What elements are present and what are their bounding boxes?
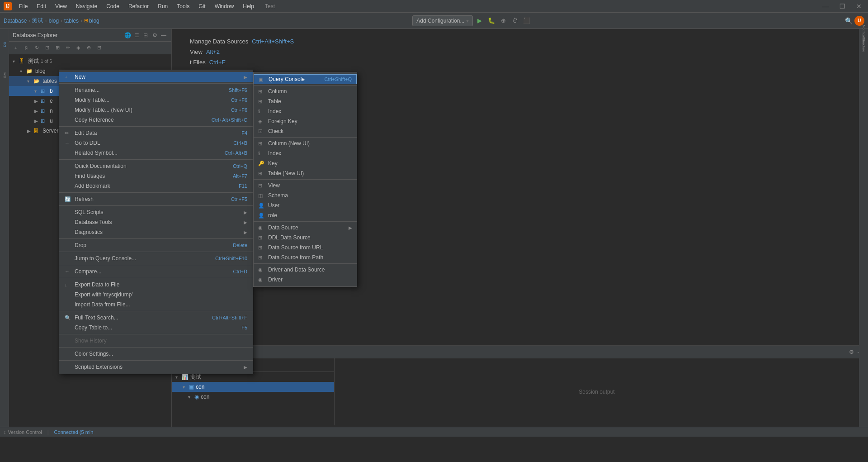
sub-table[interactable]: ⊞ Table (254, 96, 357, 106)
sub-role[interactable]: 👤 role (254, 210, 357, 220)
ctx-sql-scripts[interactable]: SQL Scripts ▶ (59, 207, 253, 217)
ctx-go-ddl[interactable]: → Go to DDL Ctrl+B (59, 138, 253, 148)
ctx-edit-data[interactable]: ✏ Edit Data F4 (59, 128, 253, 138)
status-bar: ↕ Version Control | Connected (5 min (0, 427, 868, 437)
sub-column[interactable]: ⊞ Column (254, 86, 357, 96)
ctx-export-mysqldump[interactable]: Export with 'mysqldump' (59, 290, 253, 300)
sub-datasource-url[interactable]: ⊞ Data Source from URL (254, 243, 357, 252)
ctx-export-file[interactable]: ↓ Export Data to File (59, 280, 253, 290)
breadcrumb-blog[interactable]: blog (48, 18, 59, 24)
sub-foreign-key[interactable]: ◈ Foreign Key (254, 116, 357, 126)
ctx-new[interactable]: + New ▶ ▣ Query Console Ctrl+Shift+Q ⊞ C… (59, 72, 253, 82)
schema-btn[interactable]: ◈ (73, 43, 83, 53)
user-avatar[interactable]: U (854, 16, 864, 26)
edit-btn[interactable]: ✏ (63, 43, 73, 53)
menu-tools[interactable]: Tools (173, 2, 193, 10)
breadcrumb-schema[interactable]: 测试 (32, 17, 43, 24)
ctx-modify-table[interactable]: Modify Table... Ctrl+F6 (59, 95, 253, 105)
sub-index2[interactable]: ℹ Index (254, 148, 357, 158)
ctx-new-label: New (75, 74, 240, 80)
add-configuration-button[interactable]: Add Configuration... ▾ (412, 15, 473, 26)
stop-button[interactable]: ⬛ (522, 16, 532, 26)
ctx-compare[interactable]: ↔ Compare... Ctrl+D (59, 267, 253, 276)
bookmarks-strip-btn[interactable]: BM (1, 62, 8, 89)
menu-git[interactable]: Git (195, 2, 209, 10)
coverage-button[interactable]: ⊕ (498, 16, 508, 26)
breadcrumb-tables[interactable]: tables (64, 18, 79, 24)
sub-driver[interactable]: ◉ Driver (254, 275, 357, 285)
menu-window[interactable]: Window (211, 2, 238, 10)
ctx-copy-ref[interactable]: Copy Reference Ctrl+Alt+Shift+C (59, 115, 253, 125)
list-icon[interactable]: ☰ (132, 31, 141, 39)
svc-item-console[interactable]: ▾ ▣ con (172, 382, 334, 392)
settings-icon[interactable]: ⚙ (151, 31, 159, 39)
tree-item-db[interactable]: ▾ 🗄 测试 1 of 6 (9, 56, 171, 66)
nav-btn[interactable]: ⊕ (84, 43, 94, 53)
menu-help[interactable]: Help (239, 2, 258, 10)
ctx-diagnostics[interactable]: Diagnostics ▶ (59, 227, 253, 237)
ctx-fulltext-search[interactable]: 🔍 Full-Text Search... Ctrl+Alt+Shift+F (59, 313, 253, 323)
ctx-color-settings[interactable]: Color Settings... (59, 349, 253, 359)
sub-user[interactable]: 👤 User (254, 200, 357, 210)
menu-file[interactable]: File (15, 2, 31, 10)
sub-schema[interactable]: ◫ Schema (254, 191, 357, 200)
globe-icon[interactable]: 🌐 (123, 31, 132, 39)
ctx-scripted-ext[interactable]: Scripted Extensions ▶ (59, 362, 253, 372)
search-icon[interactable]: 🔍 (845, 17, 853, 24)
sub-driver-datasource[interactable]: ◉ Driver and Data Source (254, 265, 357, 275)
menu-code[interactable]: Code (103, 2, 123, 10)
menu-navigate[interactable]: Navigate (72, 2, 101, 10)
ctx-add-bookmark[interactable]: Add Bookmark F11 (59, 181, 253, 191)
close-button[interactable]: ✕ (854, 2, 864, 11)
ctx-rename[interactable]: Rename... Shift+F6 (59, 85, 253, 95)
ctx-jump-console[interactable]: Jump to Query Console... Ctrl+Shift+F10 (59, 253, 253, 263)
menu-edit[interactable]: Edit (33, 2, 50, 10)
url-icon: ⊞ (258, 245, 266, 251)
sub-key[interactable]: 🔑 Key (254, 158, 357, 168)
debug-button[interactable]: 🐛 (486, 16, 496, 26)
menu-refactor[interactable]: Refactor (125, 2, 152, 10)
ctx-drop[interactable]: Drop Delete (59, 240, 253, 250)
filter-btn[interactable]: ⊡ (42, 43, 52, 53)
split-icon[interactable]: ⊟ (142, 31, 150, 39)
table-view-btn[interactable]: ⊞ (52, 43, 62, 53)
refresh-btn[interactable]: ↻ (32, 43, 42, 53)
services-panel: Services ⚙ — Tx ☰ ⊟ 📌 ▾ 📊 (172, 345, 868, 427)
structure-outer-btn[interactable]: Structure (860, 41, 868, 49)
sub-view[interactable]: ⊟ View (254, 181, 357, 191)
sub-datasource-path[interactable]: ⊞ Data Source from Path (254, 252, 357, 262)
sub-query-console[interactable]: ▣ Query Console Ctrl+Shift+Q (254, 74, 357, 84)
sub-ddl-datasource[interactable]: ⊞ DDL Data Source (254, 233, 357, 243)
ctx-modify-table-newui[interactable]: Modify Table... (New UI) Ctrl+F6 (59, 105, 253, 115)
breadcrumb-database[interactable]: Database (4, 18, 27, 24)
minimize-button[interactable]: — (820, 2, 831, 11)
add-datasource-btn[interactable]: + (11, 43, 21, 53)
db-explorer-strip-btn[interactable]: DB (1, 31, 8, 58)
menu-view[interactable]: View (52, 2, 71, 10)
breadcrumb-blog-table[interactable]: blog (89, 18, 99, 24)
ctx-sep11 (59, 334, 253, 334)
svc-item-console2[interactable]: ▾ ◉ con (172, 392, 334, 402)
menu-run[interactable]: Run (154, 2, 171, 10)
profile-button[interactable]: ⏱ (510, 16, 520, 26)
ctx-refresh[interactable]: 🔄 Refresh Ctrl+F5 (59, 194, 253, 204)
app-logo: IJ (4, 2, 12, 10)
maximize-button[interactable]: ❐ (837, 2, 848, 11)
ctx-related-symbol[interactable]: Related Symbol... Ctrl+Alt+B (59, 148, 253, 158)
minimize-panel-icon[interactable]: — (160, 31, 168, 39)
ctx-quick-doc[interactable]: Quick Documentation Ctrl+Q (59, 161, 253, 171)
ctx-import[interactable]: Import Data from File... (59, 300, 253, 310)
sub-check[interactable]: ☑ Check (254, 126, 357, 136)
ctx-copy-table[interactable]: Copy Table to... F5 (59, 323, 253, 333)
filter2-btn[interactable]: ⊟ (94, 43, 104, 53)
ctx-db-tools[interactable]: Database Tools ▶ (59, 217, 253, 227)
services-settings-icon[interactable]: ⚙ (847, 348, 855, 356)
sub-table-newui[interactable]: ⊞ Table (New UI) (254, 168, 357, 178)
copy-btn[interactable]: ⎘ (21, 43, 31, 53)
run-button[interactable]: ▶ (475, 16, 485, 26)
sub-column-newui[interactable]: ⊞ Column (New UI) (254, 138, 357, 148)
ctx-find-usages[interactable]: Find Usages Alt+F7 (59, 171, 253, 181)
table-icon: ⊞ (41, 98, 48, 104)
sub-datasource[interactable]: ◉ Data Source ▶ (254, 223, 357, 233)
sub-index[interactable]: ℹ Index (254, 106, 357, 116)
